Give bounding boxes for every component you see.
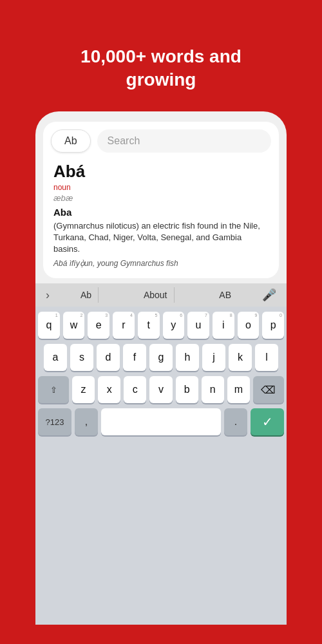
- key-g[interactable]: g: [149, 344, 173, 371]
- key-l[interactable]: l: [255, 344, 278, 371]
- keyboard-row-3: ⇧ z x c v b n m ⌫: [38, 376, 284, 403]
- entry-example: Abá ìfíyọ̀un, young Gymnarchus fish: [53, 259, 269, 268]
- phone-wrapper: 10,000+ words and growing Ab Search Abá …: [26, 19, 296, 625]
- search-placeholder: Search: [108, 135, 140, 147]
- key-m[interactable]: m: [227, 376, 250, 403]
- key-e[interactable]: 3e: [88, 312, 109, 339]
- key-comma[interactable]: ,: [75, 408, 98, 435]
- entry-definition: (Gymnarchus niloticus) an electric fish …: [53, 220, 269, 256]
- autocomplete-item-about[interactable]: About: [137, 287, 175, 303]
- key-z[interactable]: z: [72, 376, 95, 403]
- key-q[interactable]: 1q: [38, 312, 60, 339]
- key-space[interactable]: [101, 408, 221, 435]
- keyboard-bottom-row: ?123 , . ✓: [38, 408, 284, 435]
- key-i[interactable]: 8i: [213, 312, 234, 339]
- autocomplete-arrow-icon[interactable]: ›: [41, 289, 55, 302]
- entry-pos: noun: [53, 183, 269, 192]
- search-input[interactable]: Search: [97, 129, 271, 153]
- key-a[interactable]: a: [44, 344, 67, 371]
- key-p[interactable]: 0p: [262, 312, 284, 339]
- keyboard-row-2: a s d f g h j k l: [38, 344, 284, 371]
- top-bar: Ab Search: [51, 129, 271, 153]
- dictionary-area: Ab Search Abá noun æbæ Aba (Gymnarchus n…: [43, 122, 279, 279]
- key-return[interactable]: ✓: [251, 408, 284, 435]
- header-title: 10,000+ words and growing: [26, 19, 296, 111]
- phone-screen: Ab Search Abá noun æbæ Aba (Gymnarchus n…: [35, 111, 287, 625]
- keyboard: 1q 2w 3e 4r 5t 6y 7u 8i 9o 0p a s d f g …: [35, 307, 287, 625]
- dict-entry: Abá noun æbæ Aba (Gymnarchus niloticus) …: [51, 159, 271, 271]
- key-r[interactable]: 4r: [113, 312, 135, 339]
- key-b[interactable]: b: [176, 376, 198, 403]
- key-s[interactable]: s: [70, 344, 93, 371]
- num-switch-label: ?123: [46, 417, 64, 427]
- return-check-icon: ✓: [262, 414, 273, 430]
- key-c[interactable]: c: [124, 376, 146, 403]
- key-backspace[interactable]: ⌫: [253, 376, 284, 403]
- key-j[interactable]: j: [202, 344, 225, 371]
- key-y[interactable]: 6y: [163, 312, 185, 339]
- entry-word: Abá: [53, 162, 269, 182]
- entry-subword: Aba: [53, 207, 269, 218]
- key-u[interactable]: 7u: [187, 312, 209, 339]
- key-o[interactable]: 9o: [238, 312, 260, 339]
- autocomplete-item-AB[interactable]: AB: [213, 287, 238, 303]
- key-h[interactable]: h: [176, 344, 199, 371]
- key-v[interactable]: v: [149, 376, 172, 403]
- key-f[interactable]: f: [123, 344, 146, 371]
- key-t[interactable]: 5t: [138, 312, 160, 339]
- autocomplete-suggestions: Ab About AB: [55, 287, 257, 303]
- key-period[interactable]: .: [224, 408, 247, 435]
- autocomplete-bar: › Ab About AB 🎤: [35, 283, 287, 307]
- key-k[interactable]: k: [229, 344, 252, 371]
- tab-ab[interactable]: Ab: [51, 129, 91, 153]
- key-w[interactable]: 2w: [63, 312, 85, 339]
- key-num-switch[interactable]: ?123: [38, 408, 71, 435]
- mic-icon[interactable]: 🎤: [257, 288, 281, 302]
- autocomplete-item-ab[interactable]: Ab: [74, 287, 99, 303]
- key-n[interactable]: n: [202, 376, 224, 403]
- keyboard-row-1: 1q 2w 3e 4r 5t 6y 7u 8i 9o 0p: [38, 312, 284, 339]
- entry-pronunciation: æbæ: [53, 193, 269, 203]
- key-shift[interactable]: ⇧: [38, 376, 69, 403]
- key-x[interactable]: x: [98, 376, 120, 403]
- key-d[interactable]: d: [97, 344, 120, 371]
